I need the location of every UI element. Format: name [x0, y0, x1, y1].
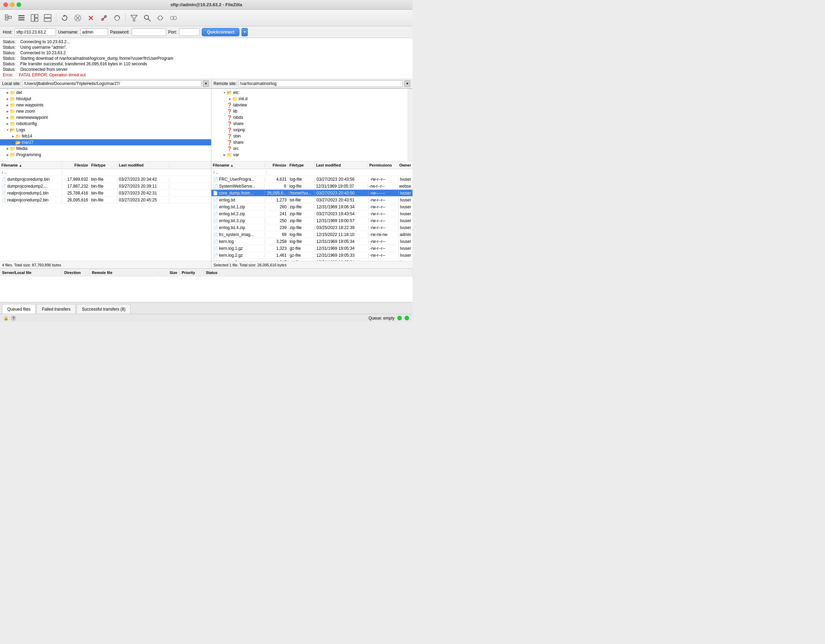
remote-row-2[interactable]: 📄SystemWebServe... 0 log-file 12/31/1969…	[212, 183, 412, 190]
local-col-lastmod[interactable]: Last modified	[117, 163, 169, 167]
tree-item-media[interactable]: ▶ 📁 Media	[0, 145, 211, 152]
local-panel: ▶ 📁 del ▶ 📁 htoutput ▶ 📁 new waypoints ▶…	[0, 89, 212, 269]
remote-tree-src[interactable]: ❓ src	[212, 145, 412, 152]
close-button[interactable]	[3, 2, 8, 7]
remote-tree-labview[interactable]: ❓ labview	[212, 102, 412, 108]
remote-row-9[interactable]: 📄frc_system_imag... 69 log-file 12/15/20…	[212, 231, 412, 238]
local-tree[interactable]: ▶ 📁 del ▶ 📁 htoutput ▶ 📁 new waypoints ▶…	[0, 89, 211, 161]
remote-row-5[interactable]: 📄errlog.txt.1.zip 260 zip-file 12/31/196…	[212, 204, 412, 210]
minimize-button[interactable]	[10, 2, 14, 7]
local-site-input[interactable]	[22, 80, 201, 87]
sync-browse-button[interactable]	[154, 12, 167, 24]
toggle-tree-button[interactable]	[28, 12, 41, 24]
local-row-4[interactable]: 📄realprojcoredump2.bin 26,095,616 bin-fi…	[0, 196, 211, 204]
lock-icon: 🔒	[3, 316, 9, 321]
remote-col-permissions[interactable]: Permissions	[368, 163, 398, 167]
compare-dirs-button[interactable]	[167, 12, 180, 24]
remote-tree-initd[interactable]: ▶ 📁 init.d	[212, 96, 412, 102]
tree-item-logs[interactable]: ▼ 📂 Logs	[0, 127, 211, 133]
remote-row-4[interactable]: 📄errlog.txt 1,273 txt-file 03/27/2023 20…	[212, 196, 412, 204]
remote-file-header: Filename ▲ Filesize Filetype Last modifi…	[212, 161, 412, 169]
site-manager-button[interactable]	[2, 12, 14, 24]
remote-col-lastmod[interactable]: Last modified	[315, 163, 368, 167]
maximize-button[interactable]	[17, 2, 21, 7]
remote-tree-vxipnp[interactable]: ❓ vxipnp	[212, 127, 412, 133]
reconnect-button[interactable]	[111, 12, 124, 24]
remote-col-filename[interactable]: Filename ▲	[212, 163, 265, 167]
transfer-col-remote: Remote file	[90, 270, 159, 275]
remote-col-owner[interactable]: Owner	[398, 163, 412, 167]
status-line-error: Error: FATAL ERROR: Operation timed out	[3, 72, 410, 78]
quickconnect-button[interactable]: Quickconnect	[202, 28, 239, 36]
local-col-filetype[interactable]: Filetype	[90, 163, 117, 167]
remote-tree-sbin[interactable]: ❓ sbin	[212, 133, 412, 139]
remote-row-3[interactable]: 📄core_dump.!hom... 26,095,6... !home!!vu…	[212, 190, 412, 196]
status-indicator-green2	[405, 316, 409, 320]
remote-row-8[interactable]: 📄errlog.txt.4.zip 239 zip-file 03/25/202…	[212, 224, 412, 231]
quickconnect-dropdown[interactable]: ▼	[241, 28, 248, 36]
svg-rect-8	[35, 18, 38, 22]
svg-point-19	[144, 15, 148, 19]
transfer-col-size: Size	[159, 270, 180, 275]
connection-bar: Host: Username: Password: Port: Quickcon…	[0, 26, 412, 38]
cancel-button[interactable]	[71, 12, 84, 24]
remote-col-filesize[interactable]: Filesize	[265, 163, 288, 167]
local-site-dropdown[interactable]: ▼	[203, 80, 209, 87]
tree-item-del[interactable]: ▶ 📁 del	[0, 90, 211, 96]
status-line-3: Status: Connected to 10.23.63.2	[3, 50, 410, 56]
toggle-logview-button[interactable]	[42, 12, 54, 24]
remote-row-parent[interactable]: ↑..	[212, 169, 412, 176]
tree-item-htoutput[interactable]: ▶ 📁 htoutput	[0, 96, 211, 102]
tab-successful-transfers[interactable]: Successful transfers (8)	[77, 304, 131, 314]
transfer-list	[0, 276, 412, 302]
username-input[interactable]	[80, 28, 108, 36]
refresh-button[interactable]	[59, 12, 71, 24]
local-row-3[interactable]: 📄realprojcoredump1.bin 25,788,416 bin-fi…	[0, 190, 211, 196]
remote-row-1[interactable]: 📄FRC_UserProgra... 4,631 log-file 03/27/…	[212, 176, 412, 183]
remote-tree-lib[interactable]: ❓ lib	[212, 108, 412, 114]
stop-button[interactable]	[85, 12, 97, 24]
remote-tree[interactable]: ▼ 📂 etc ▶ 📁 init.d ❓ labview ❓ lib	[212, 89, 412, 161]
local-row-2[interactable]: 📄dumprojcoredump2.... 17,887,232 bin-fil…	[0, 183, 211, 190]
remote-tree-share2[interactable]: ❓ share	[212, 139, 412, 145]
remote-row-11[interactable]: 📄kern.log.1.gz 1,323 gz-file 12/31/1969 …	[212, 245, 412, 252]
tab-queued-files[interactable]: Queued files	[2, 304, 36, 314]
password-input[interactable]	[131, 28, 166, 36]
tree-item-programming[interactable]: ▶ 📁 Programming	[0, 152, 211, 158]
remote-tree-nibds[interactable]: ❓ nibds	[212, 114, 412, 120]
transfer-col-priority: Priority	[180, 270, 204, 275]
remote-site-input[interactable]	[238, 80, 403, 87]
filter-button[interactable]	[128, 12, 140, 24]
tree-item-robotconfig[interactable]: ▶ 📁 robotconfig	[0, 120, 211, 127]
remote-tree-scrollbar[interactable]	[408, 89, 412, 161]
statusbar-right: Queue: empty	[369, 316, 409, 321]
disconnect-button[interactable]	[98, 12, 110, 24]
remote-row-6[interactable]: 📄errlog.txt.2.zip 241 zip-file 03/27/202…	[212, 210, 412, 217]
transfer-col-direction: Direction	[62, 270, 90, 275]
tree-item-newwaypoints[interactable]: ▶ 📁 new waypoints	[0, 102, 211, 108]
remote-row-12[interactable]: 📄kern.log.2.gz 1,461 gz-file 12/31/1969 …	[212, 252, 412, 259]
svg-rect-0	[5, 15, 8, 17]
remote-tree-var[interactable]: ▶ 📁 var	[212, 152, 412, 158]
local-row-1[interactable]: 📄dumbprojcoredump.bin 17,989,632 bin-fil…	[0, 176, 211, 183]
local-row-parent[interactable]: ↑..	[0, 169, 211, 176]
tree-item-mar27[interactable]: ▶ 📂 mar27	[0, 139, 211, 145]
port-input[interactable]	[179, 28, 200, 36]
search-button[interactable]	[141, 12, 153, 24]
tree-item-feb14[interactable]: ▶ 📁 feb14	[0, 133, 211, 139]
remote-col-filetype[interactable]: Filetype	[288, 163, 315, 167]
tree-item-newnewwaypoint[interactable]: ▶ 📁 newnewwaypoint	[0, 114, 211, 120]
local-col-filename[interactable]: Filename ▲	[0, 163, 62, 167]
toolbar-separator-1	[56, 13, 56, 23]
toggle-fileview-button[interactable]	[15, 12, 28, 24]
host-input[interactable]	[14, 28, 56, 36]
remote-row-10[interactable]: 📄kern.log 3,258 log-file 12/31/1969 19:0…	[212, 238, 412, 245]
tab-failed-transfers[interactable]: Failed transfers	[37, 304, 76, 314]
remote-site-dropdown[interactable]: ▼	[404, 80, 411, 87]
remote-tree-etc[interactable]: ▼ 📂 etc	[212, 90, 412, 96]
help-icon[interactable]: ?	[11, 315, 16, 321]
remote-tree-share[interactable]: ❓ share	[212, 120, 412, 127]
local-col-filesize[interactable]: Filesize	[62, 163, 90, 167]
tree-item-newzoom[interactable]: ▶ 📁 new zoom	[0, 108, 211, 114]
remote-row-7[interactable]: 📄errlog.txt.3.zip 250 zip-file 12/31/196…	[212, 217, 412, 224]
